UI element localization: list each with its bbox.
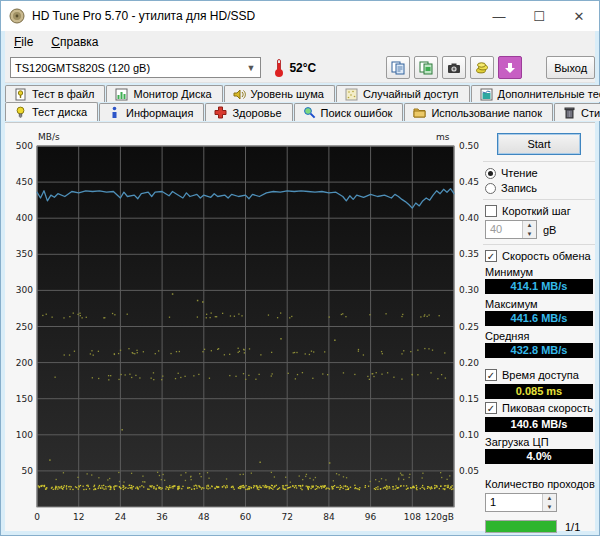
tab-disk-monitor[interactable]: Монитор Диска: [106, 85, 222, 102]
svg-text:400: 400: [16, 213, 33, 223]
svg-text:0.40: 0.40: [459, 213, 479, 223]
svg-text:150: 150: [16, 394, 33, 404]
svg-text:108: 108: [404, 512, 421, 522]
access-time-option[interactable]: ✓ Время доступа: [485, 369, 595, 381]
progress-label: 1/1: [565, 521, 580, 533]
separator: [483, 244, 595, 245]
file-test-icon: [14, 88, 27, 101]
svg-text:250: 250: [16, 322, 33, 332]
copy-image-icon: [419, 61, 433, 75]
burst-rate-value: 140.6 MB/s: [485, 417, 593, 432]
cpu-usage-value: 4.0%: [485, 449, 593, 464]
tab-disk-benchmark[interactable]: Тест диска: [5, 102, 98, 121]
pass-count-label: Количество проходов: [485, 478, 595, 490]
svg-text:120gB: 120gB: [425, 512, 454, 522]
write-option[interactable]: Запись: [485, 182, 595, 194]
write-radio[interactable]: [485, 183, 496, 194]
svg-text:0.50: 0.50: [459, 141, 479, 151]
tab-noise-level[interactable]: Уровень шума: [224, 85, 335, 102]
spin-up-icon[interactable]: ▲: [523, 221, 536, 230]
svg-text:84: 84: [323, 512, 335, 522]
tab-error-scan[interactable]: Поиск ошибок: [294, 103, 404, 121]
tab-health[interactable]: Здоровье: [205, 103, 292, 121]
tab-random-access[interactable]: Случайный доступ: [336, 85, 470, 102]
svg-text:0.30: 0.30: [459, 285, 479, 295]
copy-image-button[interactable]: [414, 56, 438, 79]
random-access-icon: [345, 88, 358, 101]
svg-text:300: 300: [16, 285, 33, 295]
app-icon: [9, 8, 25, 24]
tab-file-benchmark[interactable]: Тест в файл: [5, 85, 105, 102]
svg-text:36: 36: [156, 512, 168, 522]
menu-help[interactable]: Справка: [42, 33, 107, 51]
svg-text:96: 96: [365, 512, 377, 522]
read-radio[interactable]: [485, 168, 496, 179]
svg-text:0.35: 0.35: [459, 249, 479, 259]
svg-text:0.15: 0.15: [459, 394, 479, 404]
toolbar: TS120GMTS820S (120 gB) ▼ 52°C: [5, 53, 595, 83]
minimum-label: Минимум: [485, 266, 595, 278]
short-stride-checkbox[interactable]: [485, 205, 497, 217]
tab-erase[interactable]: Стирание: [554, 103, 600, 121]
screenshot-button[interactable]: [442, 56, 466, 79]
window-title: HD Tune Pro 5.70 - утилита для HD/SSD: [32, 9, 479, 23]
access-time-checkbox[interactable]: ✓: [485, 369, 497, 381]
titlebar: HD Tune Pro 5.70 - утилита для HD/SSD — …: [1, 1, 599, 31]
svg-text:ms: ms: [436, 132, 450, 142]
tabs: Тест в файл Монитор Диска Уровень шума: [5, 85, 595, 121]
tab-extra-tests[interactable]: Дополнительные тесты: [471, 85, 600, 102]
info-icon: [108, 106, 121, 119]
minimum-value: 414.1 MB/s: [485, 279, 593, 294]
drive-select-value: TS120GMTS820S (120 gB): [15, 62, 150, 74]
svg-text:0.25: 0.25: [459, 322, 479, 332]
svg-text:200: 200: [16, 358, 33, 368]
tab-folder-usage[interactable]: Использование папок: [404, 103, 553, 121]
copy-text-button[interactable]: [386, 56, 410, 79]
svg-text:24: 24: [115, 512, 127, 522]
search-icon: [303, 106, 316, 119]
benchmark-panel: Start Чтение Запись Короткий шаг 40 ▲▼ g: [483, 125, 595, 529]
drive-select[interactable]: TS120GMTS820S (120 gB) ▼: [10, 57, 261, 78]
access-time-value: 0.085 ms: [485, 384, 593, 399]
svg-text:0: 0: [34, 512, 40, 522]
short-stride-option[interactable]: Короткий шаг: [485, 205, 595, 217]
read-option[interactable]: Чтение: [485, 167, 595, 179]
close-button[interactable]: ✕: [559, 1, 599, 31]
svg-text:50: 50: [22, 466, 34, 476]
trash-icon: [563, 106, 576, 119]
menu-file[interactable]: File: [5, 33, 42, 51]
disk-monitor-icon: [115, 88, 128, 101]
burst-rate-checkbox[interactable]: ✓: [485, 402, 497, 414]
svg-text:60: 60: [240, 512, 252, 522]
lightbulb-icon: [14, 106, 27, 119]
hdtune-window: HD Tune Pro 5.70 - утилита для HD/SSD — …: [0, 0, 600, 536]
exit-button[interactable]: Выход: [546, 56, 595, 79]
transfer-rate-option[interactable]: ✓ Скорость обмена: [485, 250, 595, 262]
temperature-value: 52°C: [289, 61, 316, 75]
tab-info[interactable]: Информация: [99, 103, 204, 121]
svg-text:0.10: 0.10: [459, 430, 479, 440]
content-area: MB/sms01224364860728496108120gB5000.5045…: [5, 122, 595, 531]
svg-text:350: 350: [16, 249, 33, 259]
camera-icon: [447, 61, 461, 75]
temperature-indicator: 52°C: [275, 59, 316, 77]
maximum-label: Максимум: [485, 298, 595, 310]
update-download-button[interactable]: [498, 56, 522, 79]
transfer-rate-checkbox[interactable]: ✓: [485, 250, 497, 262]
spin-down-icon[interactable]: ▼: [543, 503, 556, 512]
maximum-value: 441.6 MB/s: [485, 311, 593, 326]
save-results-button[interactable]: [470, 56, 494, 79]
minimize-button[interactable]: —: [479, 1, 519, 31]
svg-text:0.20: 0.20: [459, 358, 479, 368]
separator: [483, 161, 595, 162]
block-size-spinner[interactable]: 40 ▲▼: [485, 220, 537, 239]
spin-down-icon[interactable]: ▼: [523, 230, 536, 239]
spin-up-icon[interactable]: ▲: [543, 494, 556, 503]
pass-count-spinner[interactable]: 1 ▲▼: [485, 493, 557, 512]
svg-text:0.45: 0.45: [459, 177, 479, 187]
start-button[interactable]: Start: [497, 133, 581, 155]
maximize-button[interactable]: ☐: [519, 1, 559, 31]
download-arrow-icon: [504, 62, 516, 74]
notes-icon: [475, 61, 489, 75]
burst-rate-option[interactable]: ✓ Пиковая скорость: [485, 402, 595, 414]
